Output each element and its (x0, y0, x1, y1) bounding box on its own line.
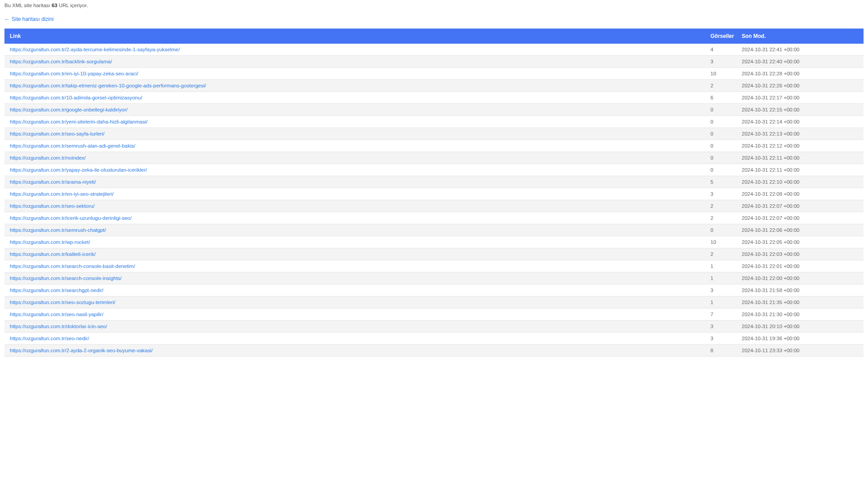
cell-lastmod: 2024-10-31 22:13 +00:00 (736, 128, 864, 140)
cell-images: 5 (705, 176, 736, 188)
sitemap-url-link[interactable]: https://ozguraltun.com.tr/yapay-zeka-ile… (10, 167, 147, 173)
back-to-index-link[interactable]: ←Site haritası dizini (4, 16, 54, 22)
cell-link: https://ozguraltun.com.tr/seo-nedir/ (4, 333, 705, 345)
cell-link: https://ozguraltun.com.tr/doktorlar-icin… (4, 321, 705, 333)
cell-images: 2 (705, 80, 736, 92)
table-row: https://ozguraltun.com.tr/seo-sozlugu-te… (4, 296, 864, 309)
cell-images: 0 (705, 164, 736, 176)
sitemap-url-link[interactable]: https://ozguraltun.com.tr/noindex/ (10, 155, 86, 161)
cell-link: https://ozguraltun.com.tr/en-iyi-seo-str… (4, 188, 705, 200)
back-to-index-label: Site haritası dizini (12, 16, 54, 22)
cell-images: 0 (705, 116, 736, 128)
sitemap-url-link[interactable]: https://ozguraltun.com.tr/2-ayda-tercume… (10, 47, 180, 52)
cell-link: https://ozguraltun.com.tr/wp-rocket/ (4, 236, 705, 248)
cell-link: https://ozguraltun.com.tr/seo-sayfa-turl… (4, 128, 705, 140)
cell-link: https://ozguraltun.com.tr/kaliteli-iceri… (4, 248, 705, 260)
table-row: https://ozguraltun.com.tr/semrush-alan-a… (4, 140, 864, 152)
sitemap-page: Bu XML site haritası 63 URL içeriyor. ←S… (0, 0, 868, 357)
table-row: https://ozguraltun.com.tr/doktorlar-icin… (4, 321, 864, 333)
cell-lastmod: 2024-10-31 22:05 +00:00 (736, 236, 864, 248)
cell-images: 0 (705, 140, 736, 152)
sitemap-url-link[interactable]: https://ozguraltun.com.tr/semrush-alan-a… (10, 143, 135, 148)
sitemap-url-link[interactable]: https://ozguraltun.com.tr/seo-sozlugu-te… (10, 300, 115, 305)
cell-link: https://ozguraltun.com.tr/arama-niyeti/ (4, 176, 705, 188)
cell-images: 4 (705, 44, 736, 56)
sitemap-url-link[interactable]: https://ozguraltun.com.tr/kaliteli-iceri… (10, 251, 96, 257)
sitemap-url-link[interactable]: https://ozguraltun.com.tr/semrush-chatgp… (10, 227, 106, 233)
table-row: https://ozguraltun.com.tr/arama-niyeti/5… (4, 176, 864, 188)
table-row: https://ozguraltun.com.tr/wp-rocket/1020… (4, 236, 864, 248)
sitemap-url-link[interactable]: https://ozguraltun.com.tr/doktorlar-icin… (10, 324, 107, 329)
cell-lastmod: 2024-10-31 21:35 +00:00 (736, 296, 864, 309)
sitemap-url-link[interactable]: https://ozguraltun.com.tr/yeni-sitelerin… (10, 119, 148, 124)
cell-link: https://ozguraltun.com.tr/seo-sektoru/ (4, 200, 705, 212)
sitemap-url-link[interactable]: https://ozguraltun.com.tr/wp-rocket/ (10, 239, 90, 245)
cell-images: 10 (705, 236, 736, 248)
sitemap-table: Link Görseller Son Mod. https://ozguralt… (4, 29, 864, 357)
cell-images: 0 (705, 152, 736, 164)
table-row: https://ozguraltun.com.tr/seo-nasil-yapi… (4, 309, 864, 321)
cell-link: https://ozguraltun.com.tr/seo-nasil-yapi… (4, 309, 705, 321)
sitemap-url-link[interactable]: https://ozguraltun.com.tr/2-ayda-2-organ… (10, 348, 153, 353)
cell-images: 10 (705, 68, 736, 80)
sitemap-url-link[interactable]: https://ozguraltun.com.tr/seo-sektoru/ (10, 203, 95, 209)
summary-prefix: Bu XML site haritası (4, 3, 52, 8)
cell-lastmod: 2024-10-31 22:14 +00:00 (736, 116, 864, 128)
sitemap-url-link[interactable]: https://ozguraltun.com.tr/arama-niyeti/ (10, 179, 96, 185)
sitemap-url-link[interactable]: https://ozguraltun.com.tr/10-adimda-gors… (10, 95, 142, 100)
cell-link: https://ozguraltun.com.tr/2-ayda-tercume… (4, 44, 705, 56)
summary-count: 63 (52, 3, 58, 8)
table-row: https://ozguraltun.com.tr/search-console… (4, 272, 864, 284)
sitemap-url-link[interactable]: https://ozguraltun.com.tr/google-onbelle… (10, 107, 128, 112)
column-header-lastmod[interactable]: Son Mod. (736, 29, 864, 44)
cell-lastmod: 2024-10-31 22:41 +00:00 (736, 44, 864, 56)
sitemap-url-link[interactable]: https://ozguraltun.com.tr/icerik-uzunlug… (10, 215, 132, 221)
cell-lastmod: 2024-10-31 22:08 +00:00 (736, 188, 864, 200)
cell-link: https://ozguraltun.com.tr/noindex/ (4, 152, 705, 164)
cell-lastmod: 2024-10-31 21:30 +00:00 (736, 309, 864, 321)
table-row: https://ozguraltun.com.tr/en-iyi-10-yapa… (4, 68, 864, 80)
cell-lastmod: 2024-10-31 22:26 +00:00 (736, 80, 864, 92)
cell-images: 1 (705, 272, 736, 284)
table-row: https://ozguraltun.com.tr/10-adimda-gors… (4, 92, 864, 104)
cell-lastmod: 2024-10-31 22:01 +00:00 (736, 260, 864, 272)
table-row: https://ozguraltun.com.tr/seo-nedir/3202… (4, 333, 864, 345)
column-header-link[interactable]: Link (4, 29, 705, 44)
table-row: https://ozguraltun.com.tr/2-ayda-tercume… (4, 44, 864, 56)
table-row: https://ozguraltun.com.tr/yapay-zeka-ile… (4, 164, 864, 176)
sitemap-url-link[interactable]: https://ozguraltun.com.tr/search-console… (10, 263, 135, 269)
sitemap-url-link[interactable]: https://ozguraltun.com.tr/takip-etmeniz-… (10, 83, 206, 88)
column-header-images[interactable]: Görseller (705, 29, 736, 44)
table-row: https://ozguraltun.com.tr/google-onbelle… (4, 104, 864, 116)
sitemap-url-link[interactable]: https://ozguraltun.com.tr/en-iyi-seo-str… (10, 191, 114, 197)
table-row: https://ozguraltun.com.tr/semrush-chatgp… (4, 224, 864, 236)
cell-lastmod: 2024-10-31 20:10 +00:00 (736, 321, 864, 333)
cell-link: https://ozguraltun.com.tr/yapay-zeka-ile… (4, 164, 705, 176)
sitemap-url-link[interactable]: https://ozguraltun.com.tr/search-console… (10, 276, 122, 281)
arrow-left-icon: ← (4, 16, 10, 22)
sitemap-url-link[interactable]: https://ozguraltun.com.tr/en-iyi-10-yapa… (10, 71, 138, 76)
cell-lastmod: 2024-10-31 22:11 +00:00 (736, 164, 864, 176)
table-header-row: Link Görseller Son Mod. (4, 29, 864, 44)
cell-images: 2 (705, 212, 736, 224)
cell-images: 8 (705, 345, 736, 357)
sitemap-url-link[interactable]: https://ozguraltun.com.tr/searchgpt-nedi… (10, 288, 104, 293)
sitemap-summary: Bu XML site haritası 63 URL içeriyor. (4, 3, 864, 8)
cell-link: https://ozguraltun.com.tr/seo-sozlugu-te… (4, 296, 705, 309)
cell-lastmod: 2024-10-31 22:11 +00:00 (736, 152, 864, 164)
table-row: https://ozguraltun.com.tr/seo-sayfa-turl… (4, 128, 864, 140)
table-row: https://ozguraltun.com.tr/yeni-sitelerin… (4, 116, 864, 128)
cell-lastmod: 2024-10-31 22:06 +00:00 (736, 224, 864, 236)
table-row: https://ozguraltun.com.tr/seo-sektoru/22… (4, 200, 864, 212)
cell-link: https://ozguraltun.com.tr/backlink-sorgu… (4, 56, 705, 68)
sitemap-url-link[interactable]: https://ozguraltun.com.tr/backlink-sorgu… (10, 59, 112, 64)
summary-suffix: URL içeriyor. (57, 3, 88, 8)
sitemap-url-link[interactable]: https://ozguraltun.com.tr/seo-nasil-yapi… (10, 312, 104, 317)
cell-link: https://ozguraltun.com.tr/takip-etmeniz-… (4, 80, 705, 92)
cell-images: 3 (705, 56, 736, 68)
cell-images: 0 (705, 104, 736, 116)
table-row: https://ozguraltun.com.tr/search-console… (4, 260, 864, 272)
sitemap-url-link[interactable]: https://ozguraltun.com.tr/seo-sayfa-turl… (10, 131, 104, 136)
sitemap-url-link[interactable]: https://ozguraltun.com.tr/seo-nedir/ (10, 336, 89, 341)
cell-lastmod: 2024-10-11 23:33 +00:00 (736, 345, 864, 357)
